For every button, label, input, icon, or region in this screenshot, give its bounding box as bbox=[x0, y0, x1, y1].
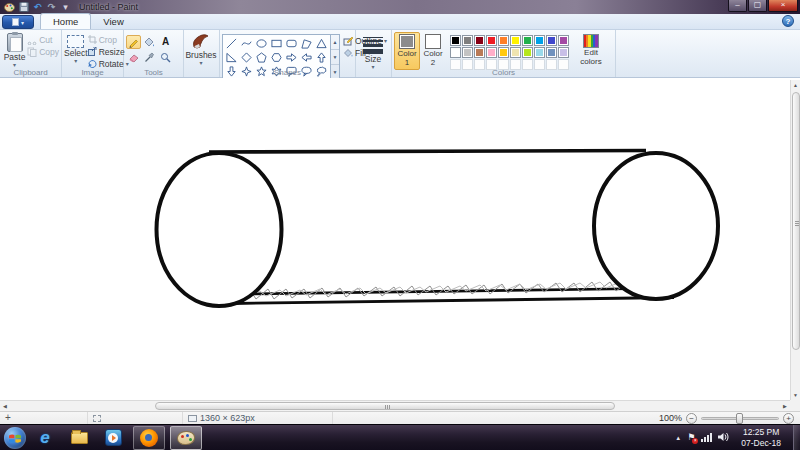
taskbar-item-internet-explorer[interactable]: e bbox=[30, 426, 60, 450]
palette-swatch[interactable] bbox=[558, 35, 569, 46]
magnifier-tool-button[interactable] bbox=[158, 50, 173, 64]
resize-button[interactable]: Resize bbox=[88, 46, 129, 57]
shape-line-icon[interactable] bbox=[224, 36, 239, 50]
undo-icon[interactable]: ↶ bbox=[32, 2, 43, 13]
copy-button[interactable]: Copy bbox=[27, 46, 59, 57]
shape-curve-icon[interactable] bbox=[239, 36, 254, 50]
palette-swatch[interactable] bbox=[450, 47, 461, 58]
redo-icon[interactable]: ↷ bbox=[46, 2, 57, 13]
taskbar-clock[interactable]: 12:25 PM 07-Dec-18 bbox=[735, 427, 787, 448]
zoom-out-button[interactable]: − bbox=[686, 413, 697, 424]
taskbar-item-firefox[interactable] bbox=[133, 426, 165, 450]
vertical-scrollbar[interactable]: ▲ ▼ bbox=[790, 80, 800, 400]
shape-oval-icon[interactable] bbox=[254, 36, 269, 50]
notification-badge: × bbox=[692, 438, 698, 444]
palette-swatch[interactable] bbox=[462, 35, 473, 46]
show-desktop-button[interactable] bbox=[793, 425, 800, 450]
palette-swatch[interactable] bbox=[534, 35, 545, 46]
palette-swatch[interactable] bbox=[474, 47, 485, 58]
shape-rounded-rectangle-icon[interactable] bbox=[284, 36, 299, 50]
shape-right-triangle-icon[interactable] bbox=[224, 50, 239, 64]
scroll-right-icon[interactable]: ▶ bbox=[780, 403, 790, 409]
shape-hexagon-icon[interactable] bbox=[269, 50, 284, 64]
shape-arrow-left-icon[interactable] bbox=[299, 50, 314, 64]
maximize-button[interactable]: ▢ bbox=[748, 0, 767, 12]
cut-button[interactable]: Cut bbox=[27, 34, 59, 45]
paint-app-icon[interactable] bbox=[4, 2, 15, 13]
palette-swatch[interactable] bbox=[522, 35, 533, 46]
crop-icon bbox=[88, 35, 97, 44]
rotate-icon bbox=[88, 59, 97, 68]
shape-diamond-icon[interactable] bbox=[239, 50, 254, 64]
taskbar-item-paint[interactable] bbox=[170, 426, 202, 450]
paste-button[interactable]: Paste ▾ bbox=[2, 32, 27, 68]
horizontal-scrollbar[interactable]: ◀ ▶ bbox=[0, 400, 790, 411]
tab-home[interactable]: Home bbox=[40, 13, 91, 29]
palette-swatch[interactable] bbox=[486, 35, 497, 46]
save-icon[interactable] bbox=[18, 2, 29, 13]
show-hidden-icons-button[interactable]: ▲ bbox=[675, 435, 681, 441]
palette-swatch[interactable] bbox=[510, 47, 521, 58]
vertical-scroll-thumb[interactable] bbox=[792, 92, 800, 350]
application-menu-button[interactable]: ▾ bbox=[2, 15, 34, 29]
taskbar-item-explorer[interactable] bbox=[64, 426, 94, 450]
zoom-slider[interactable] bbox=[701, 417, 779, 420]
palette-swatch[interactable] bbox=[474, 35, 485, 46]
start-button[interactable] bbox=[4, 427, 26, 449]
scroll-down-icon[interactable]: ▼ bbox=[793, 390, 798, 400]
shape-triangle-icon[interactable] bbox=[314, 36, 329, 50]
crop-button[interactable]: Crop bbox=[88, 34, 129, 45]
palette-swatch[interactable] bbox=[462, 47, 473, 58]
close-button[interactable]: × bbox=[768, 0, 798, 12]
tab-view[interactable]: View bbox=[91, 13, 135, 29]
shape-rectangle-icon[interactable] bbox=[269, 36, 284, 50]
minimize-button[interactable]: – bbox=[728, 0, 747, 12]
action-center-flag-icon[interactable]: ⚑× bbox=[687, 433, 695, 442]
color2-button[interactable]: Color 2 bbox=[420, 32, 446, 70]
select-icon bbox=[67, 35, 84, 48]
fill-tool-button[interactable] bbox=[142, 35, 157, 49]
qat-dropdown-icon[interactable]: ▾ bbox=[60, 2, 71, 13]
scroll-up-icon[interactable]: ▲ bbox=[793, 80, 798, 90]
brushes-button[interactable]: Brushes ▾ bbox=[186, 32, 216, 66]
eraser-tool-button[interactable] bbox=[126, 50, 141, 64]
horizontal-scroll-thumb[interactable] bbox=[155, 402, 615, 410]
text-tool-button[interactable]: A bbox=[158, 35, 173, 49]
resize-icon bbox=[88, 47, 97, 56]
edit-colors-button[interactable]: Edit colors bbox=[573, 32, 609, 67]
palette-swatch[interactable] bbox=[450, 35, 461, 46]
shape-arrow-up-icon[interactable] bbox=[314, 50, 329, 64]
scroll-left-icon[interactable]: ◀ bbox=[0, 403, 10, 409]
shape-polygon-icon[interactable] bbox=[299, 36, 314, 50]
palette-swatch[interactable] bbox=[498, 47, 509, 58]
palette-swatch[interactable] bbox=[546, 35, 557, 46]
clock-time: 12:25 PM bbox=[741, 427, 781, 438]
shape-pentagon-icon[interactable] bbox=[254, 50, 269, 64]
palette-swatch[interactable] bbox=[486, 47, 497, 58]
palette-swatch[interactable] bbox=[498, 35, 509, 46]
gallery-scroll-up-icon[interactable]: ▲ bbox=[331, 35, 339, 50]
magnifier-icon bbox=[160, 52, 171, 63]
palette-swatch[interactable] bbox=[534, 47, 545, 58]
color1-swatch bbox=[399, 34, 415, 49]
select-button[interactable]: Select ▾ bbox=[64, 32, 88, 64]
pencil-tool-button[interactable] bbox=[126, 35, 141, 49]
palette-swatch[interactable] bbox=[510, 35, 521, 46]
folder-icon bbox=[71, 432, 88, 444]
color-picker-tool-button[interactable] bbox=[142, 50, 157, 64]
network-signal-icon[interactable] bbox=[701, 433, 712, 442]
palette-swatch[interactable] bbox=[558, 47, 569, 58]
color1-button[interactable]: Color 1 bbox=[394, 32, 420, 70]
palette-swatch[interactable] bbox=[546, 47, 557, 58]
zoom-in-button[interactable]: + bbox=[783, 413, 794, 424]
canvas[interactable]: ▲ ▼ ◀ ▶ bbox=[0, 78, 800, 411]
ribbon-tab-row: ▾ Home View ? bbox=[0, 14, 800, 30]
help-button[interactable]: ? bbox=[782, 15, 794, 27]
zoom-slider-thumb[interactable] bbox=[736, 413, 743, 424]
size-button[interactable]: Size ▾ bbox=[358, 32, 388, 70]
gallery-scroll-down-icon[interactable]: ▼ bbox=[331, 50, 339, 65]
palette-swatch[interactable] bbox=[522, 47, 533, 58]
shape-arrow-right-icon[interactable] bbox=[284, 50, 299, 64]
volume-icon[interactable] bbox=[718, 432, 729, 444]
taskbar-item-media-player[interactable] bbox=[98, 426, 128, 450]
